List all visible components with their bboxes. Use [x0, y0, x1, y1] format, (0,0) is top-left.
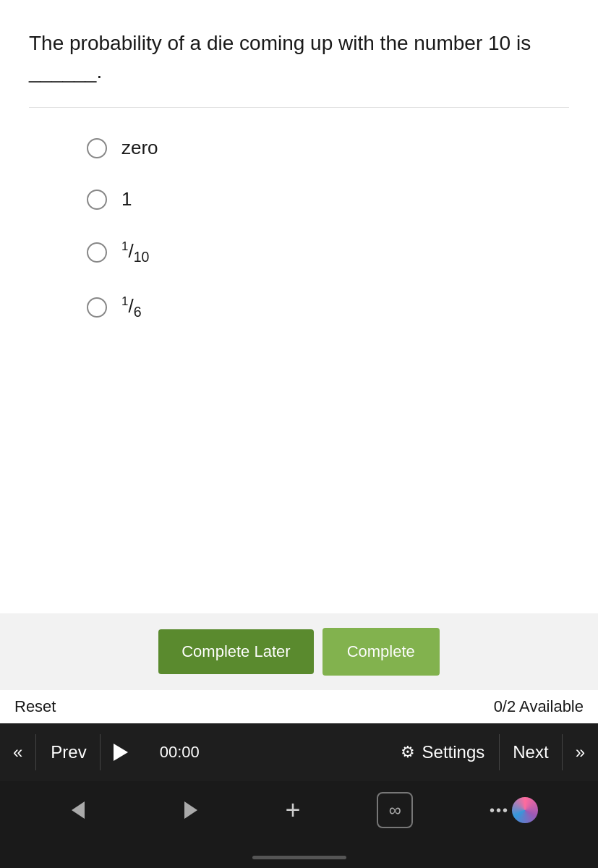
nav-chevron-right[interactable]: » — [563, 723, 598, 781]
nav-bar: « Prev 00:00 ⚙ Settings Next » — [0, 723, 598, 781]
option-one-label: 1 — [121, 188, 132, 210]
radio-one-tenth[interactable] — [87, 242, 107, 263]
settings-label: Settings — [422, 742, 485, 762]
question-divider — [29, 107, 569, 108]
status-bar: Reset 0/2 Available — [0, 690, 598, 723]
play-button[interactable] — [101, 723, 141, 781]
question-text: The probability of a die coming up with … — [29, 29, 569, 85]
double-chevron-left-icon: « — [13, 742, 22, 762]
forward-button[interactable] — [173, 792, 209, 828]
options-list: zero 1 1/10 1/6 — [29, 137, 569, 320]
next-label: Next — [513, 742, 548, 762]
action-bar: Complete Later Complete — [0, 613, 598, 690]
double-chevron-right-icon: » — [576, 742, 585, 762]
prev-button[interactable]: Prev — [36, 723, 99, 781]
play-icon — [114, 744, 128, 761]
gear-icon: ⚙ — [401, 743, 415, 762]
add-button[interactable]: + — [285, 795, 300, 825]
timer-display: 00:00 — [141, 723, 213, 781]
settings-button[interactable]: ⚙ Settings — [386, 723, 500, 781]
option-one-tenth-label: 1/10 — [121, 239, 149, 265]
timer-value: 00:00 — [160, 743, 200, 762]
radio-one-sixth[interactable] — [87, 297, 107, 318]
home-bar — [252, 856, 346, 859]
option-one[interactable]: 1 — [87, 188, 569, 210]
reset-button[interactable]: Reset — [14, 697, 56, 716]
infinity-button[interactable]: ∞ — [377, 792, 413, 828]
option-zero-label: zero — [121, 137, 158, 159]
forward-icon — [184, 801, 197, 819]
option-one-sixth[interactable]: 1/6 — [87, 294, 569, 320]
back-icon — [72, 801, 85, 819]
radio-one[interactable] — [87, 190, 107, 210]
complete-button[interactable]: Complete — [323, 628, 440, 676]
radio-zero[interactable] — [87, 138, 107, 158]
option-zero[interactable]: zero — [87, 137, 569, 159]
next-button[interactable]: Next — [500, 723, 561, 781]
available-count: 0/2 Available — [494, 697, 584, 716]
more-options[interactable]: ••• — [490, 797, 538, 823]
prev-label: Prev — [51, 742, 86, 762]
system-nav: + ∞ ••• — [0, 781, 598, 846]
back-button[interactable] — [60, 792, 96, 828]
nav-chevron-left[interactable]: « — [0, 723, 35, 781]
home-indicator — [0, 846, 598, 868]
main-content: The probability of a die coming up with … — [0, 0, 598, 613]
dots-icon: ••• — [490, 802, 509, 819]
infinity-icon: ∞ — [389, 800, 401, 820]
avatar — [512, 797, 538, 823]
option-one-tenth[interactable]: 1/10 — [87, 239, 569, 265]
option-one-sixth-label: 1/6 — [121, 294, 142, 320]
complete-later-button[interactable]: Complete Later — [158, 629, 313, 674]
